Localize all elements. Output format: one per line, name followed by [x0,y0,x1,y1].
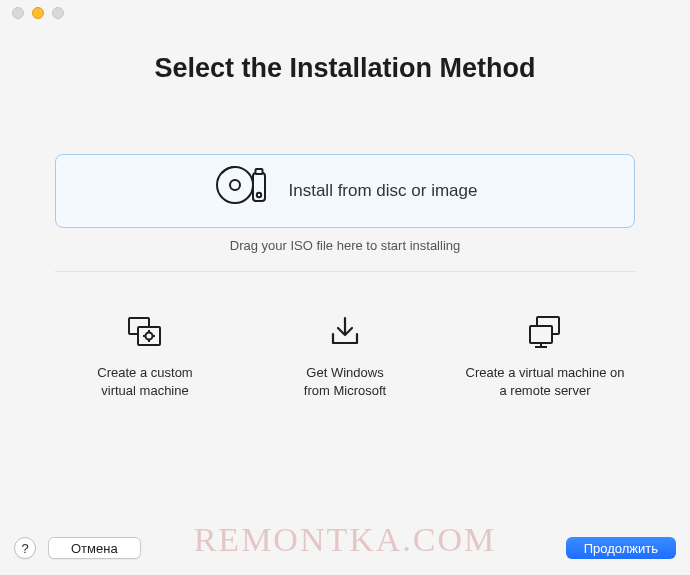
svg-rect-6 [138,327,160,345]
section-divider [55,271,635,272]
install-from-disc-option[interactable]: Install from disc or image [55,154,635,228]
svg-rect-14 [530,326,552,343]
get-windows-label: Get Windows from Microsoft [304,364,386,399]
remote-server-icon [526,312,564,352]
disc-usb-icon [213,165,271,205]
custom-vm-icon [126,312,164,352]
window-footer: ? Отмена Продолжить [0,533,690,563]
drop-hint-text: Drag your ISO file here to start install… [0,238,690,253]
window-titlebar [0,0,690,25]
minimize-window-button[interactable] [32,7,44,19]
svg-point-1 [230,180,240,190]
get-windows-option[interactable]: Get Windows from Microsoft [255,312,435,399]
install-from-disc-label: Install from disc or image [289,181,478,201]
svg-rect-3 [255,169,262,174]
close-window-button[interactable] [12,7,24,19]
remote-vm-option[interactable]: Create a virtual machine on a remote ser… [455,312,635,399]
cancel-button[interactable]: Отмена [48,537,141,559]
download-icon [329,312,361,352]
options-row: Create a custom virtual machine Get Wind… [55,312,635,399]
page-title: Select the Installation Method [0,53,690,84]
continue-button[interactable]: Продолжить [566,537,676,559]
maximize-window-button[interactable] [52,7,64,19]
remote-vm-label: Create a virtual machine on a remote ser… [466,364,625,399]
create-custom-vm-label: Create a custom virtual machine [97,364,192,399]
create-custom-vm-option[interactable]: Create a custom virtual machine [55,312,235,399]
help-button[interactable]: ? [14,537,36,559]
